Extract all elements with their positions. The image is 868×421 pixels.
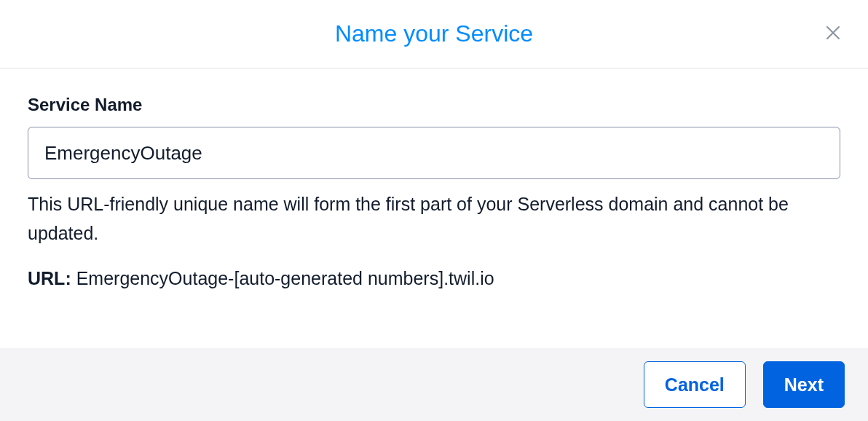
close-button[interactable] [821,23,845,46]
modal-footer: Cancel Next [0,348,868,421]
service-name-label: Service Name [28,95,840,115]
close-icon [824,24,842,44]
service-name-input[interactable] [28,127,840,179]
url-preview: URL: EmergencyOutage-[auto-generated num… [28,268,840,289]
modal-body: Service Name This URL-friendly unique na… [0,68,868,348]
cancel-button[interactable]: Cancel [644,361,746,408]
service-name-hint: This URL-friendly unique name will form … [28,189,840,248]
url-preview-value: EmergencyOutage-[auto-generated numbers]… [76,268,494,288]
next-button[interactable]: Next [763,361,845,408]
modal-title: Name your Service [335,20,533,47]
url-preview-label: URL: [28,268,71,288]
modal-header: Name your Service [0,0,868,68]
